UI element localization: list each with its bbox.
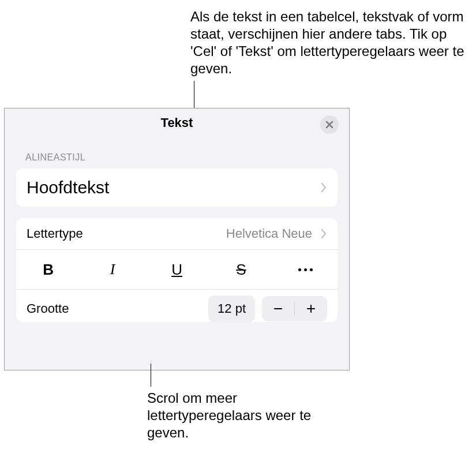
plus-icon [306, 304, 316, 314]
bold-button[interactable]: B [16, 256, 80, 283]
underline-button[interactable]: U [145, 256, 209, 283]
close-icon [325, 121, 333, 129]
more-styles-button[interactable] [273, 256, 338, 283]
panel-header: Tekst [5, 108, 349, 137]
size-row: Grootte 12 pt [16, 290, 338, 322]
size-decrease-button[interactable] [262, 296, 294, 321]
annotation-bottom: Scrol om meer lettertyperegelaars weer t… [147, 390, 320, 441]
section-label-paragraph-style: ALINEASTIJL [25, 152, 349, 163]
close-button[interactable] [320, 115, 339, 134]
ellipsis-icon [298, 268, 313, 271]
font-label: Lettertype [27, 226, 226, 241]
text-format-panel: Tekst ALINEASTIJL Hoofdtekst Lettertype … [4, 108, 350, 370]
chevron-right-icon [320, 229, 327, 239]
size-value-button[interactable]: 12 pt [208, 295, 255, 322]
paragraph-style-card: Hoofdtekst [16, 169, 338, 207]
panel-title: Tekst [161, 115, 193, 130]
paragraph-style-value: Hoofdtekst [27, 178, 109, 197]
font-row[interactable]: Lettertype Helvetica Neue [16, 218, 338, 250]
strikethrough-button[interactable]: S [209, 256, 273, 283]
paragraph-style-row[interactable]: Hoofdtekst [16, 169, 338, 207]
size-label: Grootte [27, 301, 208, 316]
font-card: Lettertype Helvetica Neue B I U S Groott… [16, 218, 338, 322]
font-value: Helvetica Neue [226, 226, 312, 241]
annotation-top: Als de tekst in een tabelcel, tekstvak o… [190, 8, 473, 77]
type-style-row: B I U S [16, 250, 338, 290]
callout-line-bottom [151, 364, 151, 387]
chevron-right-icon [320, 182, 327, 193]
size-stepper [262, 296, 327, 321]
minus-icon [273, 304, 283, 314]
italic-button[interactable]: I [80, 256, 144, 283]
size-increase-button[interactable] [295, 296, 327, 321]
